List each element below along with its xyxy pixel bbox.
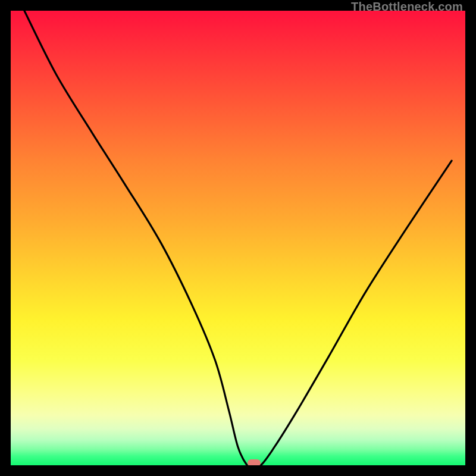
bottleneck-curve [11, 11, 465, 465]
chart-frame: TheBottleneck.com [0, 0, 476, 476]
watermark-text: TheBottleneck.com [351, 0, 463, 14]
optimal-marker [248, 459, 261, 465]
plot-area [11, 11, 465, 465]
